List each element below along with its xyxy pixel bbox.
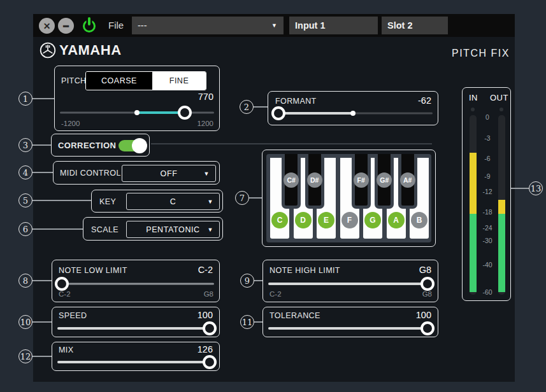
scale-value: PENTATONIC	[146, 225, 199, 234]
callout-line-9	[254, 280, 262, 281]
note-high-limit-panel: NOTE HIGH LIMIT G8 C-2 G8	[262, 260, 438, 302]
note-low-limit-handle[interactable]	[55, 277, 69, 291]
meter-in-label: IN	[469, 93, 478, 102]
input-name-value: Input 1	[295, 20, 326, 31]
note-high-limit-value: G8	[419, 265, 431, 275]
slot-field[interactable]: Slot 2	[382, 17, 448, 34]
note-high-limit-max: G8	[422, 290, 432, 298]
tolerance-slider[interactable]	[268, 321, 433, 335]
note-badge-C: C	[271, 212, 288, 228]
pitch-fix-app: ✕ ━ File --- ▼ Input 1 Slot 2 YAMAHA PIT…	[0, 0, 546, 392]
callout-11: 11	[240, 315, 254, 329]
tolerance-panel: TOLERANCE 100	[262, 307, 438, 337]
mix-slider-handle[interactable]	[203, 355, 217, 369]
input-name-field[interactable]: Input 1	[289, 17, 378, 34]
key-label: KEY	[99, 197, 116, 206]
meter-scale-label--12: -12	[478, 188, 497, 195]
chevron-down-icon: ▼	[207, 199, 213, 205]
speed-panel: SPEED 100	[52, 307, 220, 337]
note-high-limit-slider[interactable]	[268, 277, 433, 291]
power-icon[interactable]	[83, 20, 96, 32]
scale-label: SCALE	[91, 225, 119, 234]
meter-scale-label--6: -6	[478, 155, 497, 162]
speed-slider-handle[interactable]	[203, 321, 217, 335]
file-dropdown[interactable]: --- ▼	[132, 17, 284, 34]
callout-6: 6	[18, 222, 32, 236]
correction-toggle[interactable]	[119, 140, 145, 151]
key-value: C	[170, 197, 176, 206]
callout-5: 5	[18, 193, 32, 207]
speed-label: SPEED	[59, 311, 87, 320]
pitch-coarse-button[interactable]: COARSE	[86, 72, 152, 90]
minimize-icon[interactable]: ━	[58, 18, 74, 34]
midi-control-dropdown[interactable]: OFF ▼	[122, 165, 216, 182]
scale-panel: SCALE PENTATONIC ▼	[83, 217, 223, 241]
brand-name: YAMAHA	[59, 42, 122, 59]
chevron-down-icon: ▼	[203, 171, 210, 177]
mix-panel: MIX 126	[52, 342, 220, 371]
midi-control-panel: MIDI CONTROL OFF ▼	[53, 161, 220, 185]
pitch-value: 770	[198, 92, 213, 102]
pitch-min-label: -1200	[61, 120, 80, 127]
mix-label: MIX	[59, 346, 73, 354]
pitch-label: PITCH	[61, 76, 87, 85]
pitch-slider[interactable]	[60, 106, 214, 120]
meter-scale-label--30: -30	[478, 237, 497, 244]
formant-panel: FORMANT -62	[268, 91, 438, 125]
meter-out-bar	[498, 115, 505, 295]
note-badge-D: D	[295, 212, 312, 228]
key-dropdown[interactable]: C ▼	[126, 193, 220, 210]
note-badge-G: G	[364, 212, 381, 228]
callout-2: 2	[240, 100, 254, 114]
callout-line-2	[254, 106, 268, 108]
scale-dropdown[interactable]: PENTATONIC ▼	[126, 221, 220, 238]
callout-7: 7	[235, 191, 249, 205]
mix-slider[interactable]	[57, 355, 214, 369]
note-low-limit-label: NOTE LOW LIMIT	[59, 266, 127, 275]
pitch-slider-center-dot	[134, 110, 140, 115]
formant-slider-center-dot	[350, 111, 356, 116]
meter-in-peak-led	[471, 108, 475, 111]
note-badge-A#: A#	[400, 172, 415, 188]
speed-value: 100	[198, 310, 213, 320]
pitch-slider-handle[interactable]	[178, 106, 192, 120]
meter-scale-label--60: -60	[478, 288, 497, 296]
file-dropdown-value: ---	[138, 20, 147, 31]
note-high-limit-handle[interactable]	[420, 277, 435, 291]
meter-out-label: OUT	[490, 93, 508, 102]
formant-slider[interactable]	[273, 106, 433, 120]
piano-keyboard: CDEFGABC#D#F#G#A#	[266, 154, 431, 242]
yamaha-tuning-fork-icon	[40, 42, 56, 59]
mix-value: 126	[198, 344, 213, 354]
note-badge-F: F	[341, 212, 358, 228]
note-low-limit-track[interactable]	[57, 283, 214, 285]
callout-line-3	[32, 144, 51, 146]
note-badge-D#: D#	[307, 172, 322, 188]
pitch-mode-segmented: COARSE FINE	[85, 71, 206, 90]
callout-line-13	[511, 188, 529, 189]
note-badge-A: A	[388, 212, 405, 228]
note-low-limit-max: G8	[204, 290, 213, 298]
chevron-down-icon: ▼	[271, 22, 277, 29]
midi-control-label: MIDI CONTROL	[60, 169, 121, 178]
callout-4: 4	[18, 165, 32, 179]
slot-value: Slot 2	[387, 20, 412, 31]
formant-slider-handle[interactable]	[271, 106, 285, 120]
callout-3: 3	[18, 138, 32, 152]
divider-line	[151, 143, 432, 144]
note-badge-E: E	[318, 212, 334, 228]
note-low-limit-slider[interactable]	[57, 277, 214, 291]
callout-line-8	[32, 280, 52, 281]
meter-scale-label-0: 0	[478, 113, 497, 121]
callout-line-10	[32, 321, 52, 323]
close-icon[interactable]: ✕	[39, 18, 55, 34]
meter-scale-label--24: -24	[478, 224, 497, 232]
callout-line-5	[32, 200, 91, 201]
correction-toggle-knob[interactable]	[132, 138, 147, 153]
note-high-limit-label: NOTE HIGH LIMIT	[269, 266, 340, 275]
tolerance-slider-handle[interactable]	[420, 321, 435, 335]
speed-slider[interactable]	[57, 321, 214, 335]
meter-scale-label--18: -18	[478, 208, 497, 216]
pitch-fine-button[interactable]: FINE	[152, 72, 206, 90]
meter-panel: IN OUT 0-3-6-9-12-18-24-30-40-60	[462, 87, 511, 301]
